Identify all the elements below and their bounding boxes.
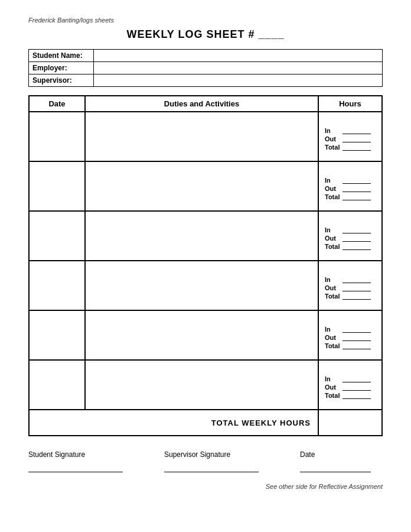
- hours-out-line: Out: [325, 334, 376, 341]
- log-row: InOutTotal: [29, 211, 382, 261]
- hours-out-underline: [342, 334, 371, 341]
- hours-in-label: In: [325, 177, 341, 184]
- info-row: Supervisor:: [29, 74, 383, 87]
- log-duties-cell[interactable]: [85, 211, 318, 261]
- hours-out-line: Out: [325, 284, 376, 291]
- hours-total-label: Total: [325, 144, 341, 151]
- hours-total-label: Total: [325, 342, 341, 349]
- hours-out-label: Out: [325, 185, 341, 192]
- log-duties-cell[interactable]: [85, 360, 318, 410]
- log-duties-cell[interactable]: [85, 112, 318, 161]
- col-header-date: Date: [29, 96, 85, 112]
- page-title: WEEKLY LOG SHEET # ____: [28, 28, 383, 41]
- info-table: Student Name:Employer:Supervisor:: [28, 49, 383, 87]
- hours-out-label: Out: [325, 235, 341, 242]
- hours-total-underline: [342, 342, 371, 349]
- date-sig-line: [300, 472, 371, 472]
- hours-out-label: Out: [325, 284, 341, 291]
- log-hours-cell[interactable]: InOutTotal: [318, 360, 382, 410]
- hours-in-label: In: [325, 276, 341, 283]
- hours-out-underline: [342, 185, 371, 192]
- hours-total-underline: [342, 243, 371, 250]
- student-sig-label: Student Signature: [28, 450, 85, 459]
- log-date-cell[interactable]: [29, 161, 85, 211]
- hours-out-underline: [342, 284, 371, 291]
- hours-out-underline: [342, 235, 371, 242]
- hours-out-underline: [342, 135, 371, 142]
- hours-out-label: Out: [325, 135, 341, 142]
- info-label: Employer:: [29, 62, 94, 74]
- log-row: InOutTotal: [29, 161, 382, 211]
- log-duties-cell[interactable]: [85, 261, 318, 310]
- student-sig-block: Student Signature: [28, 450, 123, 472]
- hours-out-line: Out: [325, 384, 376, 391]
- hours-in-underline: [342, 127, 371, 134]
- info-label: Student Name:: [29, 50, 94, 62]
- supervisor-sig-label: Supervisor Signature: [164, 450, 230, 459]
- hours-total-line: Total: [325, 293, 376, 300]
- hours-out-label: Out: [325, 384, 341, 391]
- hours-total-label: Total: [325, 193, 341, 200]
- hours-out-line: Out: [325, 235, 376, 242]
- hours-in-underline: [342, 326, 371, 333]
- log-hours-cell[interactable]: InOutTotal: [318, 161, 382, 211]
- hours-in-label: In: [325, 226, 341, 233]
- total-weekly-hours-label: TOTAL WEEKLY HOURS: [29, 410, 318, 436]
- date-sig-label: Date: [300, 450, 315, 459]
- log-hours-cell[interactable]: InOutTotal: [318, 310, 382, 360]
- log-hours-cell[interactable]: InOutTotal: [318, 112, 382, 161]
- total-row: TOTAL WEEKLY HOURS: [29, 410, 382, 436]
- hours-in-line: In: [325, 127, 376, 134]
- log-date-cell[interactable]: [29, 261, 85, 310]
- log-duties-cell[interactable]: [85, 161, 318, 211]
- page: Frederick Banting/logs sheets WEEKLY LOG…: [0, 0, 411, 532]
- log-row: InOutTotal: [29, 112, 382, 161]
- hours-in-line: In: [325, 326, 376, 333]
- hours-total-line: Total: [325, 243, 376, 250]
- log-date-cell[interactable]: [29, 211, 85, 261]
- hours-total-underline: [342, 144, 371, 151]
- total-weekly-hours-value[interactable]: [318, 410, 382, 436]
- hours-in-line: In: [325, 375, 376, 382]
- info-value[interactable]: [94, 62, 383, 74]
- hours-in-underline: [342, 276, 371, 283]
- hours-out-label: Out: [325, 334, 341, 341]
- hours-total-line: Total: [325, 342, 376, 349]
- hours-in-underline: [342, 226, 371, 233]
- log-row: InOutTotal: [29, 261, 382, 310]
- hours-in-underline: [342, 177, 371, 184]
- log-duties-cell[interactable]: [85, 310, 318, 360]
- student-sig-line: [28, 472, 123, 472]
- hours-in-underline: [342, 375, 371, 382]
- log-date-cell[interactable]: [29, 112, 85, 161]
- watermark: Frederick Banting/logs sheets: [28, 17, 383, 24]
- log-row: InOutTotal: [29, 360, 382, 410]
- hours-in-label: In: [325, 375, 341, 382]
- hours-in-line: In: [325, 276, 376, 283]
- hours-in-line: In: [325, 177, 376, 184]
- hours-total-underline: [342, 193, 371, 200]
- info-value[interactable]: [94, 74, 383, 87]
- col-header-duties: Duties and Activities: [85, 96, 318, 112]
- log-date-cell[interactable]: [29, 360, 85, 410]
- hours-in-line: In: [325, 226, 376, 233]
- hours-in-label: In: [325, 127, 341, 134]
- log-hours-cell[interactable]: InOutTotal: [318, 211, 382, 261]
- hours-total-label: Total: [325, 392, 341, 399]
- hours-out-line: Out: [325, 135, 376, 142]
- hours-out-line: Out: [325, 185, 376, 192]
- hours-total-label: Total: [325, 243, 341, 250]
- footnote: See other side for Reflective Assignment: [28, 483, 383, 490]
- signatures-section: Student Signature Supervisor Signature D…: [28, 448, 383, 472]
- hours-total-underline: [342, 293, 371, 300]
- log-hours-cell[interactable]: InOutTotal: [318, 261, 382, 310]
- hours-total-line: Total: [325, 144, 376, 151]
- log-table: Date Duties and Activities Hours InOutTo…: [28, 95, 383, 436]
- hours-total-label: Total: [325, 293, 341, 300]
- hours-total-underline: [342, 392, 371, 399]
- info-value[interactable]: [94, 50, 383, 62]
- supervisor-sig-block: Supervisor Signature: [164, 450, 259, 472]
- supervisor-sig-line: [164, 472, 259, 472]
- log-date-cell[interactable]: [29, 310, 85, 360]
- hours-total-line: Total: [325, 193, 376, 200]
